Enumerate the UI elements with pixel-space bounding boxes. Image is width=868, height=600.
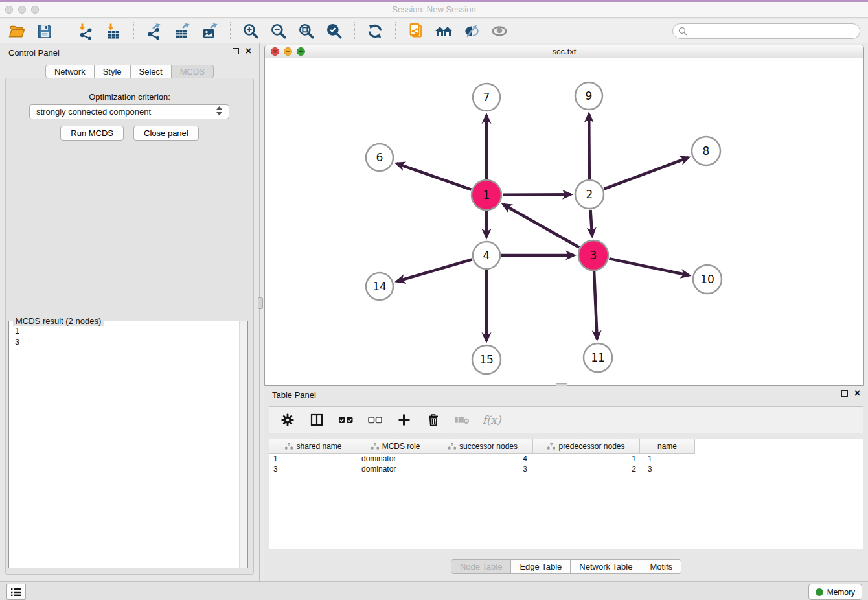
column-header-name[interactable]: name — [640, 439, 695, 454]
trash-icon — [426, 413, 440, 427]
show-columns-button[interactable] — [309, 412, 325, 428]
column-type-icon — [547, 443, 555, 450]
result-scrollbar[interactable] — [239, 321, 247, 568]
table-header-row: shared name MCDS role successor nodes pr… — [269, 439, 863, 454]
hide-panels-button[interactable] — [463, 22, 481, 40]
zoom-fit-icon — [298, 23, 315, 40]
zoom-fit-button[interactable] — [297, 22, 315, 40]
tab-network[interactable]: Network — [45, 65, 95, 78]
mcds-result-legend: MCDS result (2 nodes) — [13, 316, 104, 326]
criterion-dropdown[interactable]: strongly connected component — [29, 104, 229, 119]
home-view-button[interactable] — [435, 22, 453, 40]
table-cell[interactable]: 1 — [269, 454, 358, 463]
column-header-predecessor-nodes[interactable]: predecessor nodes — [533, 439, 640, 454]
close-panel-button[interactable]: Close panel — [133, 126, 199, 141]
close-table-panel-icon[interactable]: × — [854, 390, 860, 397]
tab-motifs[interactable]: Motifs — [641, 559, 681, 574]
float-table-panel-icon[interactable] — [841, 390, 848, 397]
fx-icon: f(x) — [482, 413, 501, 426]
float-panel-icon[interactable] — [233, 48, 239, 54]
refresh-view-button[interactable] — [366, 22, 384, 40]
zoom-out-button[interactable] — [269, 22, 288, 40]
mcds-panel: Optimization criterion: strongly connect… — [5, 78, 254, 575]
node-table: shared name MCDS role successor nodes pr… — [269, 439, 863, 549]
graph-edge-1-6[interactable] — [396, 163, 471, 189]
add-column-button[interactable] — [396, 412, 412, 428]
deselect-all-button[interactable] — [367, 412, 383, 428]
table-cell[interactable]: 3 — [433, 465, 533, 474]
select-all-button[interactable] — [338, 412, 354, 428]
table-cell[interactable]: 3 — [269, 465, 358, 474]
graph-node-label-2: 2 — [586, 188, 593, 201]
graph-edge-3-1[interactable] — [503, 205, 579, 248]
table-cell[interactable]: 1 — [533, 454, 640, 463]
window-titlebar: Session: New Session — [0, 2, 868, 18]
zoom-selected-icon — [326, 23, 343, 40]
vertical-splitter-handle[interactable] — [258, 297, 263, 309]
main-toolbar — [0, 19, 868, 43]
close-panel-icon[interactable]: × — [246, 48, 251, 54]
tab-select[interactable]: Select — [130, 65, 172, 78]
save-session-button[interactable] — [36, 22, 54, 40]
delete-table-icon — [455, 413, 470, 427]
dropdown-arrows-icon — [216, 106, 222, 117]
column-header-successor-nodes[interactable]: successor nodes — [433, 439, 533, 454]
graph-edge-1-2[interactable] — [503, 194, 571, 195]
network-view-window: × − + scc.txt 7968124314101511 — [264, 45, 864, 386]
import-table-button[interactable] — [104, 22, 122, 40]
unchecked-boxes-icon — [367, 413, 383, 427]
table-cell[interactable]: 3 — [640, 465, 695, 474]
import-network-button[interactable] — [76, 22, 95, 40]
export-table-button[interactable] — [173, 22, 191, 40]
table-cell[interactable]: 4 — [433, 454, 533, 463]
table-row[interactable]: 3dominator323 — [269, 464, 863, 474]
optimization-criterion-label: Optimization criterion: — [6, 92, 253, 102]
eye-icon — [491, 23, 508, 40]
toolbar-separator — [395, 22, 396, 40]
search-input[interactable] — [691, 27, 854, 36]
run-mcds-button[interactable]: Run MCDS — [60, 126, 124, 141]
table-row[interactable]: 1dominator411 — [269, 454, 863, 464]
tab-mcds[interactable]: MCDS — [171, 65, 214, 78]
graph-edge-2-3[interactable] — [591, 210, 593, 236]
graph-edge-2-9[interactable] — [589, 114, 589, 179]
graph-node-label-7: 7 — [483, 91, 490, 104]
network-window-titlebar[interactable]: × − + scc.txt — [265, 45, 863, 58]
graph-node-label-6: 6 — [376, 151, 383, 164]
graph-edge-3-11[interactable] — [594, 271, 597, 339]
column-header-mcds-role[interactable]: MCDS role — [358, 439, 433, 454]
graph-node-label-14: 14 — [372, 280, 387, 293]
zoom-selected-button[interactable] — [325, 22, 343, 40]
search-box[interactable] — [672, 23, 860, 39]
graph-edge-3-10[interactable] — [609, 259, 689, 275]
graph-edge-4-14[interactable] — [397, 259, 472, 281]
table-cell[interactable]: dominator — [358, 454, 433, 463]
tab-edge-table[interactable]: Edge Table — [510, 559, 571, 574]
column-header-shared-name[interactable]: shared name — [269, 439, 358, 454]
tab-network-table[interactable]: Network Table — [570, 559, 641, 574]
show-panel-button[interactable] — [490, 22, 508, 40]
graph-node-label-10: 10 — [700, 273, 714, 286]
export-network-button[interactable] — [145, 22, 163, 40]
table-panel: Table Panel × — [264, 386, 868, 581]
memory-button[interactable]: Memory — [808, 584, 862, 600]
task-history-button[interactable] — [6, 584, 26, 600]
table-cell[interactable]: dominator — [358, 465, 433, 474]
graph-node-label-9: 9 — [586, 89, 593, 102]
tab-node-table[interactable]: Node Table — [451, 559, 512, 574]
graph-edge-2-8[interactable] — [604, 157, 688, 189]
table-settings-button[interactable] — [280, 412, 295, 428]
tab-style[interactable]: Style — [94, 65, 131, 78]
network-from-file-button[interactable] — [407, 22, 425, 40]
export-image-button[interactable] — [201, 22, 219, 40]
delete-column-button[interactable] — [426, 412, 441, 428]
table-cell[interactable]: 1 — [640, 454, 695, 463]
network-canvas[interactable]: 7968124314101511 — [265, 58, 863, 385]
control-panel-tabs: Network Style Select MCDS — [0, 65, 259, 78]
open-session-button[interactable] — [8, 22, 26, 40]
status-bar: Memory — [0, 581, 868, 600]
table-cell[interactable]: 2 — [533, 465, 640, 474]
gear-icon — [280, 413, 295, 427]
application-window: Session: New Session — [0, 0, 868, 600]
zoom-in-button[interactable] — [242, 22, 260, 40]
